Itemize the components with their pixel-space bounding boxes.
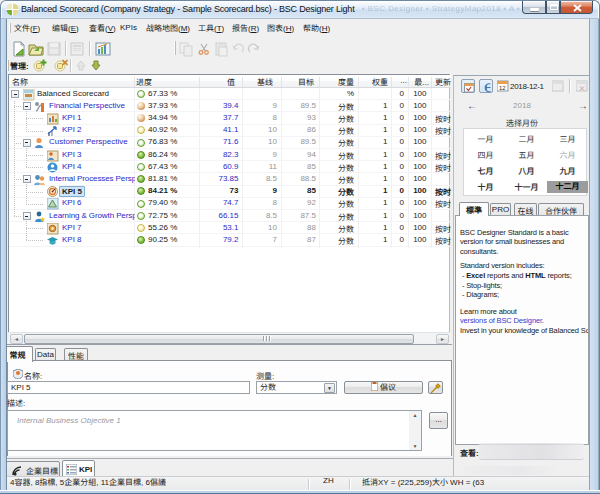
svg-text:12: 12 <box>499 85 506 91</box>
